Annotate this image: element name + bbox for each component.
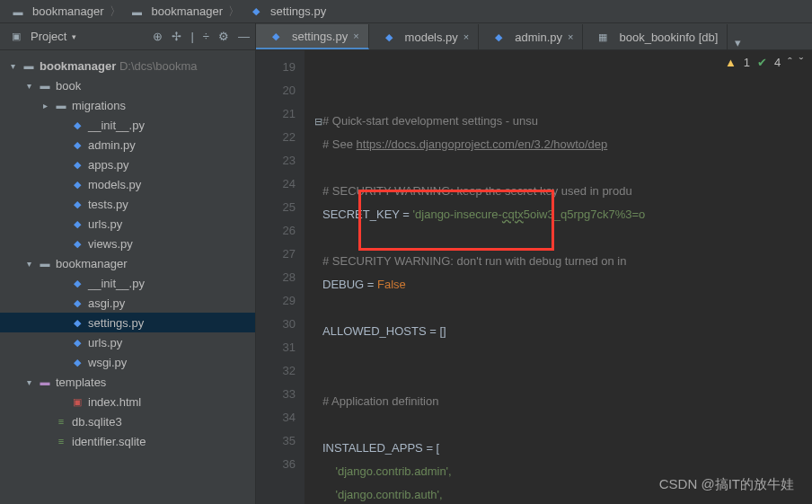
tree-file[interactable]: ◆admin.py — [0, 135, 255, 155]
tree-file[interactable]: ◆urls.py — [0, 332, 255, 352]
tree-folder-bookmanager[interactable]: ▾▬bookmanager — [0, 253, 255, 273]
tree-folder-templates[interactable]: ▾▬templates — [0, 372, 255, 392]
editor-area: ◆settings.py× ◆models.py× ◆admin.py× ▦bo… — [256, 23, 812, 504]
tab-admin[interactable]: ◆admin.py× — [479, 24, 583, 49]
database-icon: ≡ — [54, 434, 68, 448]
divider-icon: | — [190, 30, 193, 43]
warning-icon: ▲ — [725, 56, 737, 69]
breadcrumb-item[interactable]: ▬ bookmanager — [5, 4, 106, 19]
expand-icon[interactable]: ✢ — [172, 30, 181, 43]
close-icon[interactable]: × — [463, 31, 469, 42]
tree-file[interactable]: ◆wsgi.py — [0, 352, 255, 372]
close-icon[interactable]: × — [353, 31, 358, 41]
folder-icon: ▬ — [22, 58, 36, 73]
tree-root[interactable]: ▾▬bookmanager D:\dcs\bookma — [0, 56, 255, 75]
chevron-right-icon: 〉 — [110, 4, 121, 20]
tab-settings[interactable]: ◆settings.py× — [256, 24, 369, 49]
locate-icon[interactable]: ⊕ — [153, 30, 163, 43]
python-file-icon: ◆ — [70, 157, 84, 172]
warning-count: 1 — [744, 56, 750, 69]
breadcrumb-bar: ▬ bookmanager 〉 ▬ bookmanager 〉 ◆ settin… — [0, 0, 812, 23]
sidebar-toolbar: ▣ Project▾ ⊕ ✢ | ÷ ⚙ — — [0, 23, 255, 50]
project-sidebar: ▣ Project▾ ⊕ ✢ | ÷ ⚙ — ▾▬bookmanager D:\… — [0, 23, 256, 504]
code-content[interactable]: ▲1 ✔4 ˆ ˇ ⊟# Quick-start development set… — [304, 50, 812, 504]
tree-file[interactable]: ◆urls.py — [0, 214, 255, 234]
chevron-down-icon: ▾ — [23, 259, 34, 269]
code-editor[interactable]: 192021222324252627282930313233343536 ▲1 … — [256, 50, 812, 504]
tree-file[interactable]: ◆__init__.py — [0, 273, 255, 293]
inspection-widget[interactable]: ▲1 ✔4 ˆ ˇ — [725, 56, 803, 69]
breadcrumb-item[interactable]: ◆ settings.py — [243, 4, 328, 19]
python-file-icon: ◆ — [382, 30, 396, 44]
project-tree: ▾▬bookmanager D:\dcs\bookma ▾▬book ▸▬mig… — [0, 50, 255, 456]
python-file-icon: ◆ — [249, 4, 263, 19]
chevron-down-icon[interactable]: ˇ — [799, 56, 803, 69]
tree-file-index[interactable]: ▣index.html — [0, 392, 255, 411]
folder-icon: ▬ — [130, 4, 145, 19]
tree-file[interactable]: ◆views.py — [0, 234, 255, 253]
tree-folder-book[interactable]: ▾▬book — [0, 75, 255, 95]
chevron-right-icon: ▸ — [40, 101, 50, 111]
tree-file-db[interactable]: ≡db.sqlite3 — [0, 411, 255, 431]
tree-file[interactable]: ◆__init__.py — [0, 115, 255, 135]
html-file-icon: ▣ — [70, 394, 84, 409]
chevron-down-icon: ▾ — [7, 61, 18, 71]
templates-folder-icon: ▬ — [38, 375, 52, 389]
package-icon: ▬ — [54, 98, 68, 112]
project-icon: ▣ — [9, 30, 23, 44]
python-file-icon: ◆ — [70, 197, 84, 211]
tree-file[interactable]: ◆asgi.py — [0, 293, 255, 313]
python-file-icon: ◆ — [70, 315, 84, 330]
ok-count: 4 — [774, 56, 781, 69]
tree-file[interactable]: ◆models.py — [0, 174, 255, 194]
table-icon: ▦ — [596, 30, 610, 44]
folder-icon: ▬ — [11, 4, 25, 19]
chevron-down-icon: ▾ — [23, 81, 34, 91]
python-file-icon: ◆ — [491, 30, 506, 44]
hide-icon[interactable]: — — [238, 30, 250, 43]
check-icon: ✔ — [757, 56, 767, 69]
collapse-icon[interactable]: ÷ — [203, 30, 209, 43]
chevron-right-icon: 〉 — [228, 4, 240, 20]
python-file-icon: ◆ — [70, 177, 84, 191]
package-icon: ▬ — [38, 78, 52, 93]
python-file-icon: ◆ — [70, 236, 84, 251]
python-file-icon: ◆ — [70, 217, 84, 231]
chevron-down-icon: ▾ — [23, 377, 34, 387]
tab-bookinfo[interactable]: ▦book_bookinfo [db] — [583, 24, 728, 49]
tree-file[interactable]: ◆tests.py — [0, 194, 255, 214]
tabs-overflow[interactable]: ▾ — [728, 36, 748, 49]
editor-tabs: ◆settings.py× ◆models.py× ◆admin.py× ▦bo… — [256, 23, 812, 50]
gear-icon[interactable]: ⚙ — [218, 30, 229, 43]
tree-folder-migrations[interactable]: ▸▬migrations — [0, 95, 255, 115]
python-file-icon: ◆ — [269, 29, 283, 43]
python-file-icon: ◆ — [70, 296, 84, 310]
database-icon: ≡ — [54, 414, 68, 429]
tree-file-identifier[interactable]: ≡identifier.sqlite — [0, 431, 255, 451]
python-file-icon: ◆ — [70, 335, 84, 349]
chevron-up-icon[interactable]: ˆ — [788, 56, 791, 69]
breadcrumb-item[interactable]: ▬ bookmanager — [125, 4, 225, 19]
python-file-icon: ◆ — [70, 118, 84, 132]
package-icon: ▬ — [38, 256, 52, 270]
tree-file[interactable]: ◆apps.py — [0, 155, 255, 174]
python-file-icon: ◆ — [70, 137, 84, 152]
python-file-icon: ◆ — [70, 355, 84, 369]
python-file-icon: ◆ — [70, 276, 84, 290]
close-icon[interactable]: × — [568, 31, 573, 42]
line-gutter: 192021222324252627282930313233343536 — [256, 50, 304, 504]
project-dropdown[interactable]: ▣ Project▾ — [5, 30, 76, 44]
tree-file-settings[interactable]: ◆settings.py — [0, 313, 255, 332]
tab-models[interactable]: ◆models.py× — [369, 24, 480, 49]
